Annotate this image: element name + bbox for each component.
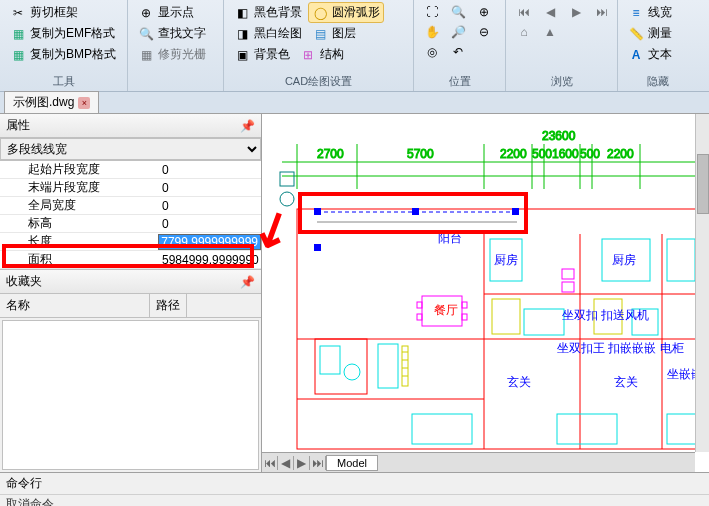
point-icon: ⊕	[138, 5, 154, 21]
show-point-button[interactable]: ⊕显示点	[134, 2, 217, 23]
browse-btn-4[interactable]: ⏭	[590, 2, 614, 22]
pos-btn-5[interactable]: 🔎	[446, 22, 470, 42]
entity-type-select[interactable]: 多段线线宽	[0, 138, 261, 160]
browse-btn-6[interactable]: ▲	[538, 22, 562, 42]
find-text-button[interactable]: 🔍查找文字	[134, 23, 217, 44]
pos-btn-2[interactable]: 🔍	[446, 2, 470, 22]
search-icon: 🔍	[138, 26, 154, 42]
pos-btn-4[interactable]: ✋	[420, 22, 444, 42]
pos-btn-8[interactable]: ↶	[446, 42, 470, 62]
zoom-window-icon: 🔍	[450, 4, 466, 20]
structure-button[interactable]: ⊞结构	[296, 44, 348, 65]
ribbon-group-label: CAD绘图设置	[230, 72, 407, 91]
bg-color-button[interactable]: ▣背景色	[230, 44, 294, 65]
model-tab[interactable]: Model	[326, 455, 378, 471]
svg-text:坐双扣王 扣嵌嵌嵌 电柜: 坐双扣王 扣嵌嵌嵌 电柜	[557, 341, 684, 355]
prop-row-start-width[interactable]: 起始片段宽度0	[0, 161, 261, 179]
measure-button[interactable]: 📏测量	[624, 23, 692, 44]
drawing-canvas[interactable]: 2700 5700 2200 500 1600 500 2200 23600	[262, 114, 709, 472]
pos-btn-6[interactable]: ⊖	[472, 22, 496, 42]
svg-rect-39	[492, 299, 520, 334]
blackbg-icon: ◧	[234, 5, 250, 21]
svg-rect-36	[412, 414, 472, 444]
grid-icon: ▦	[138, 47, 154, 63]
svg-rect-33	[378, 344, 398, 388]
next-icon: ▶	[568, 4, 584, 20]
command-line-panel: 命令行 取消命令	[0, 472, 709, 506]
ribbon-group-label: 浏览	[512, 72, 611, 91]
property-grid: 起始片段宽度0 末端片段宽度0 全局宽度0 标高0 长度 7799.999999…	[0, 161, 261, 269]
nav-next-icon[interactable]: ▶	[294, 456, 310, 470]
pin-icon[interactable]: 📌	[240, 119, 255, 133]
svg-text:5700: 5700	[407, 147, 434, 161]
panel-title: 收藏夹	[6, 273, 42, 290]
pos-btn-7[interactable]: ◎	[420, 42, 444, 62]
linewidth-button[interactable]: ≡线宽	[624, 2, 692, 23]
pos-btn-1[interactable]: ⛶	[420, 2, 444, 22]
length-value-input[interactable]: 7799.9999999999	[158, 234, 261, 250]
svg-text:23600: 23600	[542, 129, 576, 143]
document-tab[interactable]: 示例图.dwg ×	[4, 91, 99, 113]
prop-row-area[interactable]: 面积5984999.9999990	[0, 251, 261, 269]
repair-halo-button[interactable]: ▦修剪光栅	[134, 44, 217, 65]
cad-drawing: 2700 5700 2200 500 1600 500 2200 23600	[262, 114, 709, 472]
svg-rect-30	[667, 239, 695, 281]
ruler-icon: 📏	[628, 26, 644, 42]
ribbon-group-label: 工具	[6, 72, 121, 91]
nav-last-icon[interactable]: ⏭	[310, 456, 326, 470]
svg-point-19	[280, 192, 294, 206]
browse-btn-2[interactable]: ◀	[538, 2, 562, 22]
svg-text:餐厅: 餐厅	[434, 303, 458, 317]
zoom-extents-icon: ⛶	[424, 4, 440, 20]
zoom-prev-icon: ↶	[450, 44, 466, 60]
tab-label: 示例图.dwg	[13, 94, 74, 111]
col-path[interactable]: 路径	[150, 294, 187, 317]
zoom-out-icon: ⊖	[476, 24, 492, 40]
smooth-arc-button[interactable]: ◯圆滑弧形	[308, 2, 384, 23]
svg-rect-31	[320, 346, 340, 374]
svg-text:500: 500	[580, 147, 600, 161]
home-icon: ⌂	[516, 24, 532, 40]
text-icon: A	[628, 47, 644, 63]
nav-first-icon[interactable]: ⏮	[262, 456, 278, 470]
favorites-list[interactable]	[2, 320, 259, 470]
prop-row-length[interactable]: 长度 7799.9999999999	[0, 233, 261, 251]
nav-prev-icon[interactable]: ◀	[278, 456, 294, 470]
ribbon-group-label: 位置	[420, 72, 499, 91]
layer-button[interactable]: ▤图层	[308, 23, 360, 44]
svg-rect-47	[417, 302, 422, 308]
svg-text:坐双扣 扣送风机: 坐双扣 扣送风机	[562, 308, 649, 322]
orbit-icon: ◎	[424, 44, 440, 60]
properties-header: 属性 📌	[0, 114, 261, 138]
command-text[interactable]: 取消命令	[0, 495, 709, 506]
pos-btn-3[interactable]: ⊕	[472, 2, 496, 22]
first-icon: ⏮	[516, 4, 532, 20]
up-icon: ▲	[542, 24, 558, 40]
svg-rect-64	[314, 208, 321, 215]
cut-frame-button[interactable]: ✂剪切框架	[6, 2, 121, 23]
svg-rect-51	[562, 269, 574, 279]
copy-emf-button[interactable]: ▦复制为EMF格式	[6, 23, 121, 44]
ribbon-toolbar: ✂剪切框架 ▦复制为EMF格式 ▦复制为BMP格式 工具 ⊕显示点 🔍查找文字 …	[0, 0, 709, 92]
col-name[interactable]: 名称	[0, 294, 150, 317]
browse-btn-1[interactable]: ⏮	[512, 2, 536, 22]
svg-rect-66	[512, 208, 519, 215]
svg-text:2700: 2700	[317, 147, 344, 161]
browse-btn-5[interactable]: ⌂	[512, 22, 536, 42]
vertical-scrollbar[interactable]	[695, 114, 709, 452]
svg-rect-50	[462, 314, 467, 320]
copy-bmp-button[interactable]: ▦复制为BMP格式	[6, 44, 121, 65]
bw-drawing-button[interactable]: ◨黑白绘图	[230, 23, 306, 44]
pin-icon[interactable]: 📌	[240, 275, 255, 289]
arc-icon: ◯	[312, 5, 328, 21]
close-icon[interactable]: ×	[78, 97, 90, 109]
browse-btn-3[interactable]: ▶	[564, 2, 588, 22]
text-button[interactable]: A文本	[624, 44, 692, 65]
svg-text:1600: 1600	[552, 147, 579, 161]
prop-row-end-width[interactable]: 末端片段宽度0	[0, 179, 261, 197]
black-bg-button[interactable]: ◧黑色背景	[230, 2, 306, 23]
prop-row-global-width[interactable]: 全局宽度0	[0, 197, 261, 215]
prop-row-elevation[interactable]: 标高0	[0, 215, 261, 233]
favorites-columns: 名称 路径	[0, 294, 261, 318]
bgcolor-icon: ▣	[234, 47, 250, 63]
